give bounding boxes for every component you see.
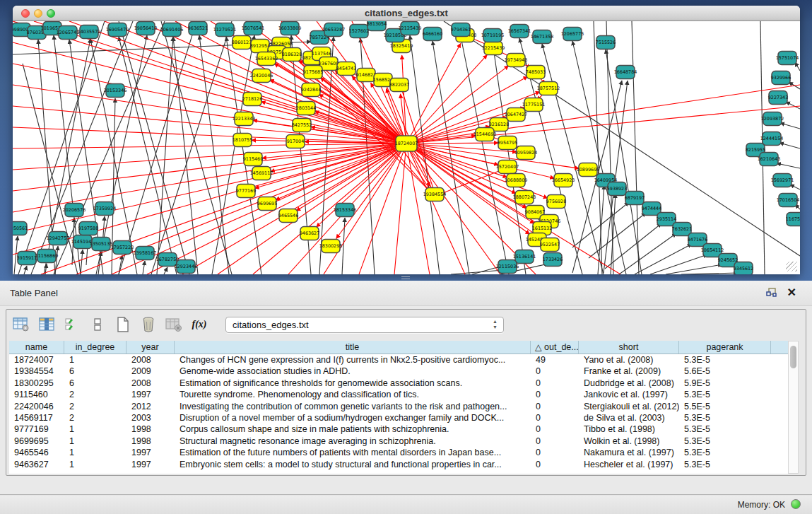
graph-node[interactable]: 10719195	[481, 29, 505, 42]
column-header-out_de[interactable]: △ out_de...	[531, 341, 579, 354]
graph-edge[interactable]	[786, 102, 800, 109]
graph-node-selected[interactable]: 18724007	[395, 136, 418, 151]
delete-table-icon[interactable]	[165, 315, 183, 334]
graph-node-selected[interactable]: 12213343	[233, 112, 256, 126]
graph-edge[interactable]	[143, 261, 145, 274]
close-panel-icon[interactable]: ✕	[787, 286, 796, 299]
table-row[interactable]: 1872400712008Changes of HCN gene express…	[9, 354, 794, 366]
column-header-short[interactable]: short	[579, 341, 679, 354]
graph-edge[interactable]	[157, 37, 173, 274]
graph-edge[interactable]	[681, 273, 738, 274]
graph-node[interactable]: 14671358	[531, 30, 554, 44]
graph-node-selected[interactable]: 22420046	[250, 69, 273, 83]
graph-edge[interactable]	[147, 144, 406, 274]
network-window-titlebar[interactable]: citations_edges.txt	[13, 6, 800, 21]
graph-node[interactable]: 7515526	[596, 36, 616, 49]
graph-node[interactable]: 9345612	[734, 262, 753, 275]
graph-node-selected[interactable]: 16654923	[552, 174, 575, 187]
graph-node[interactable]: 6466160	[423, 28, 442, 41]
graph-node-selected[interactable]: 18300295	[319, 240, 343, 253]
graph-edge[interactable]	[406, 106, 800, 144]
graph-node[interactable]: 1167533	[786, 213, 800, 226]
graph-node-selected[interactable]: 18807243	[513, 191, 536, 204]
graph-edge[interactable]	[780, 123, 800, 129]
graph-node[interactable]: 12093872	[761, 112, 784, 126]
select-all-icon[interactable]	[63, 315, 81, 334]
graph-node-selected[interactable]: 10688809	[505, 174, 528, 187]
function-builder-icon[interactable]: f(x)	[190, 315, 208, 334]
graph-node-selected[interactable]: 14569117	[250, 167, 273, 180]
graph-node-selected[interactable]: 2803144	[296, 102, 316, 115]
graph-node[interactable]: 3915911	[17, 252, 37, 265]
graph-edge[interactable]	[441, 168, 506, 194]
graph-node[interactable]: 10653287	[322, 23, 346, 37]
graph-edge[interactable]	[151, 21, 232, 274]
graph-edge[interactable]	[406, 144, 579, 168]
graph-node-selected[interactable]: 9522547	[540, 238, 560, 252]
scrollbar-thumb[interactable]	[790, 346, 796, 368]
table-row[interactable]: 969969511998Structural magnetic resonanc…	[9, 436, 794, 447]
graph-node[interactable]: 8850561	[13, 222, 28, 235]
graph-edge[interactable]	[13, 127, 406, 144]
graph-node[interactable]: 9794361	[451, 23, 471, 37]
table-row[interactable]: 1456911722003Disruption of a novel membe…	[9, 412, 794, 424]
graph-node-selected[interactable]: 16543362	[255, 52, 278, 66]
graph-edge[interactable]	[34, 21, 406, 144]
graph-node-selected[interactable]: 9756928	[546, 195, 566, 209]
graph-node[interactable]: 15751074	[776, 52, 799, 65]
graph-node[interactable]: 19056418	[134, 22, 158, 35]
graph-edge[interactable]	[461, 37, 509, 274]
network-canvas[interactable]: 8860123891295418226058982750316543362818…	[13, 21, 800, 274]
graph-node[interactable]: 11279521	[213, 23, 237, 37]
graph-node-selected[interactable]: 9777169	[236, 185, 256, 198]
graph-edge[interactable]	[342, 218, 345, 274]
graph-node[interactable]: 16567341	[508, 25, 531, 38]
graph-node[interactable]: 12444154	[760, 132, 784, 146]
graph-edge[interactable]	[650, 255, 707, 274]
table-row[interactable]: 2242004622012Investigating the contribut…	[9, 401, 794, 412]
graph-node[interactable]: 12923446	[175, 260, 198, 274]
graph-node-selected[interactable]: 917004	[286, 135, 305, 148]
graph-node[interactable]: 1733426	[543, 253, 563, 267]
graph-node[interactable]: 16905479	[106, 23, 129, 37]
graph-edge[interactable]	[81, 250, 83, 274]
graph-node-selected[interactable]: 18757512	[537, 82, 560, 95]
graph-node[interactable]: 16033809	[278, 22, 302, 35]
graph-node[interactable]: 9329966	[771, 71, 791, 85]
graph-node-selected[interactable]: 9242844	[301, 83, 321, 97]
table-select-dropdown[interactable]: citations_edges.txt ▲▼	[225, 317, 504, 333]
graph-node-selected[interactable]: 8186328	[282, 48, 302, 62]
graph-node[interactable]: 6879197	[625, 192, 645, 205]
graph-node[interactable]: 18153346	[334, 204, 357, 217]
graph-node-selected[interactable]: 8954795	[498, 136, 517, 150]
graph-node-selected[interactable]: 10899695	[577, 163, 600, 177]
graph-node[interactable]: 20691406	[160, 23, 184, 37]
graph-node-selected[interactable]: 7485033	[526, 66, 546, 79]
graph-edge[interactable]	[406, 143, 498, 144]
graph-node[interactable]: 9197588	[78, 222, 98, 235]
graph-edge[interactable]	[406, 144, 530, 234]
graph-node[interactable]: 15076541	[242, 22, 265, 35]
graph-node-selected[interactable]: 9465546	[278, 209, 298, 223]
graph-edge[interactable]	[359, 144, 406, 274]
graph-node-selected[interactable]: 11775151	[522, 98, 546, 112]
graph-node[interactable]: 8813054	[367, 21, 387, 31]
graph-node-selected[interactable]: 9463627	[300, 227, 319, 240]
graph-edge[interactable]	[777, 163, 800, 168]
graph-node[interactable]: 12942757	[47, 232, 70, 245]
graph-node-selected[interactable]: 11544693	[473, 128, 497, 141]
graph-edge[interactable]	[779, 143, 800, 148]
column-header-name[interactable]: name	[9, 341, 64, 354]
graph-edge[interactable]	[199, 35, 229, 274]
delete-column-icon[interactable]	[139, 315, 158, 334]
graph-node[interactable]: 17359924	[93, 202, 117, 216]
table-settings-icon[interactable]	[12, 315, 30, 334]
graph-node[interactable]: 9227343	[768, 91, 788, 105]
graph-node[interactable]: 9636521	[188, 22, 208, 35]
graph-edge[interactable]	[406, 85, 800, 144]
graph-edge[interactable]	[406, 144, 507, 177]
graph-node-selected[interactable]: 9699695	[257, 197, 277, 211]
graph-node[interactable]: 16648784	[614, 66, 637, 79]
graph-node-selected[interactable]: 2718126	[242, 93, 262, 106]
graph-node[interactable]: 13958167	[134, 247, 157, 260]
